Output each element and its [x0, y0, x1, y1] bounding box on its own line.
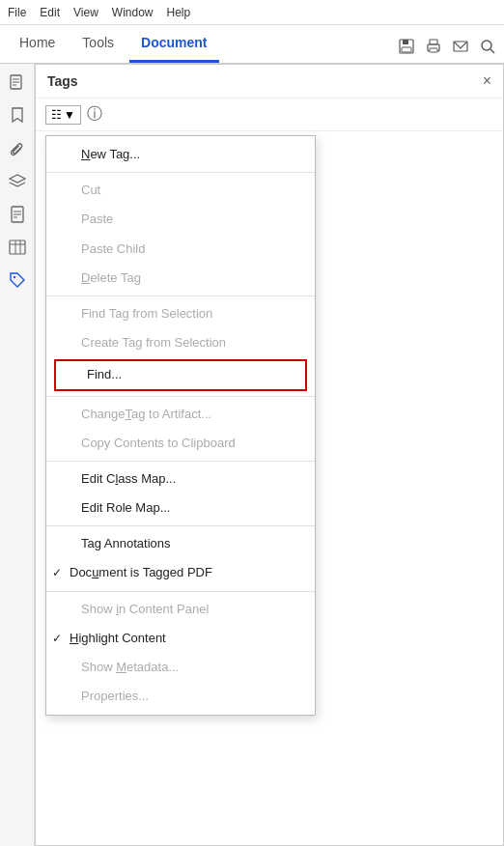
divider-5 [46, 525, 315, 526]
sidebar-icon-layers[interactable] [6, 170, 29, 193]
menu-view[interactable]: View [73, 6, 98, 19]
sidebar-icon-table[interactable] [6, 236, 29, 259]
menu-item-change-tag-to-artifact-label: ChangeTag to Artifact... [81, 406, 211, 423]
menu-item-find-tag-from-selection: Find Tag from Selection [46, 299, 315, 328]
menu-item-find[interactable]: Find... [54, 359, 307, 390]
menu-item-copy-contents-label: Copy Contents to Clipboard [81, 435, 236, 452]
divider-3 [46, 396, 315, 397]
sidebar-icon-paperclip[interactable] [6, 137, 29, 160]
tab-document[interactable]: Document [129, 25, 218, 63]
search-icon[interactable] [479, 38, 496, 59]
menu-item-properties: Properties... [46, 682, 315, 711]
sidebar-icon-tag[interactable] [6, 268, 29, 292]
menu-item-create-tag-from-selection: Create Tag from Selection [46, 328, 315, 357]
find-item-wrapper: Find... [46, 357, 315, 392]
menu-edit[interactable]: Edit [40, 6, 60, 19]
menu-item-document-is-tagged-pdf-label: Document is Tagged PDF [70, 564, 212, 581]
tags-panel: Tags × ☷ ▼ ⓘ New Tag... [35, 64, 504, 846]
context-menu: New Tag... Cut Paste Paste Child [45, 135, 316, 716]
menu-item-highlight-content-label: Highlight Content [70, 630, 166, 647]
panel-area: Tags × ☷ ▼ ⓘ New Tag... [35, 64, 504, 846]
menu-bar: File Edit View Window Help [0, 0, 504, 25]
menu-item-paste-child-label: Paste Child [81, 240, 145, 258]
divider-4 [46, 461, 315, 462]
sidebar-icon-bookmark[interactable] [6, 104, 29, 127]
menu-item-edit-class-map[interactable]: Edit Class Map... [46, 465, 315, 494]
menu-item-document-is-tagged-pdf[interactable]: ✓ Document is Tagged PDF [46, 558, 315, 587]
menu-item-edit-role-map[interactable]: Edit Role Map... [46, 494, 315, 522]
svg-point-7 [482, 41, 491, 50]
menu-item-cut-label: Cut [81, 182, 100, 199]
menu-item-tag-annotations-label: Tag Annotations [81, 535, 171, 552]
tags-panel-header: Tags × [36, 65, 503, 99]
menu-item-tag-annotations[interactable]: Tag Annotations [46, 529, 315, 558]
menu-item-find-label: Find... [87, 366, 122, 383]
svg-rect-1 [403, 40, 408, 44]
tags-info-icon[interactable]: ⓘ [87, 104, 102, 125]
tab-tools[interactable]: Tools [70, 25, 126, 63]
divider-1 [46, 172, 315, 173]
svg-line-8 [490, 49, 494, 53]
nav-action-icons [398, 38, 496, 63]
svg-rect-5 [430, 48, 437, 52]
menu-item-edit-role-map-label: Edit Role Map... [81, 499, 171, 517]
menu-item-cut: Cut [46, 176, 315, 205]
save-icon[interactable] [398, 38, 415, 59]
main-layout: Tags × ☷ ▼ ⓘ New Tag... [0, 64, 504, 846]
menu-item-delete-tag-label: Delete Tag [81, 269, 141, 287]
svg-point-21 [13, 276, 14, 278]
menu-item-new-tag-label: New Tag... [81, 146, 140, 163]
menu-item-change-tag-to-artifact: ChangeTag to Artifact... [46, 400, 315, 429]
menu-item-paste: Paste [46, 205, 315, 234]
email-icon[interactable] [452, 38, 469, 59]
menu-item-properties-label: Properties... [81, 688, 149, 705]
tags-toolbar: ☷ ▼ ⓘ [36, 99, 503, 131]
tags-panel-title: Tags [47, 73, 78, 89]
tags-options-button[interactable]: ☷ ▼ [45, 105, 81, 125]
menu-item-create-tag-from-selection-label: Create Tag from Selection [81, 334, 226, 352]
sidebar [0, 64, 35, 846]
menu-item-highlight-content[interactable]: ✓ Highlight Content [46, 624, 315, 653]
tags-panel-close[interactable]: × [483, 72, 491, 90]
menu-item-delete-tag: Delete Tag [46, 264, 315, 293]
menu-item-new-tag[interactable]: New Tag... [46, 140, 315, 169]
divider-2 [46, 296, 315, 296]
menu-item-show-metadata-label: Show Metadata... [81, 659, 179, 676]
menu-item-paste-label: Paste [81, 211, 113, 228]
menu-file[interactable]: File [8, 6, 26, 19]
menu-item-show-in-content-panel: Show in Content Panel [46, 595, 315, 624]
divider-6 [46, 591, 315, 592]
svg-rect-17 [10, 240, 25, 254]
svg-rect-4 [430, 40, 437, 44]
menu-item-show-metadata: Show Metadata... [46, 653, 315, 682]
menu-help[interactable]: Help [167, 6, 191, 19]
tags-dropdown-arrow: ▼ [64, 108, 75, 122]
menu-item-edit-class-map-label: Edit Class Map... [81, 470, 176, 488]
menu-item-copy-contents: Copy Contents to Clipboard [46, 429, 315, 458]
sidebar-icon-document[interactable] [6, 203, 29, 226]
tags-options-icon: ☷ [51, 108, 62, 122]
menu-window[interactable]: Window [112, 6, 154, 19]
svg-rect-2 [402, 47, 411, 52]
print-icon[interactable] [425, 38, 442, 59]
menu-item-show-in-content-panel-label: Show in Content Panel [81, 601, 209, 618]
menu-item-find-tag-from-selection-label: Find Tag from Selection [81, 305, 212, 323]
tab-home[interactable]: Home [8, 25, 67, 63]
nav-tabs: Home Tools Document [0, 25, 504, 64]
sidebar-icon-page[interactable] [6, 71, 29, 95]
menu-item-paste-child: Paste Child [46, 235, 315, 264]
